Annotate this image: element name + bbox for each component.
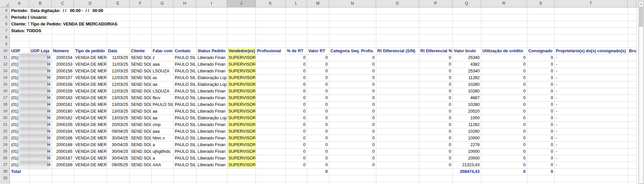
header-cell-M[interactable]: Valor RT — [307, 48, 329, 54]
cell-Q20[interactable]: 1000 — [453, 115, 481, 121]
cell-L12[interactable]: 0 — [286, 61, 307, 67]
cell-L23[interactable]: 0 — [286, 135, 307, 141]
cell-T17[interactable]: - — [555, 95, 627, 101]
cell-B11[interactable]: H — [30, 55, 51, 61]
cell-E13[interactable]: 12/03/25 — [107, 68, 129, 74]
header-cell-L[interactable]: % de RT — [286, 48, 307, 54]
cell-Q14[interactable]: 11282 — [453, 75, 481, 81]
cell-P18[interactable]: 0 — [419, 102, 452, 108]
cell-A20[interactable]: (01) — [10, 115, 29, 121]
cell-H16[interactable]: PAULO SIL — [174, 88, 196, 94]
cell-C25[interactable]: 2000165 — [52, 148, 73, 155]
cell-A22[interactable]: (01) — [10, 128, 29, 134]
row-header-19[interactable]: 19 — [0, 108, 9, 115]
cell-L14[interactable]: 0 — [286, 75, 307, 81]
cell-R24[interactable]: 0 — [481, 142, 527, 148]
row-header-16[interactable]: 16 — [0, 88, 9, 95]
cell-S20[interactable]: 0 — [527, 115, 554, 121]
info-cell-r4a[interactable]: Período: 0 — [10, 8, 29, 14]
column-header-A[interactable]: A — [10, 0, 29, 7]
cell-G16[interactable]: LSOUZA — [152, 88, 173, 94]
cell-A27[interactable]: (01) — [10, 162, 29, 168]
column-header-L[interactable]: L — [285, 0, 307, 7]
cell-N22[interactable]: 0 — [329, 128, 376, 134]
info-cell-r5a[interactable]: Período E — [10, 14, 29, 20]
cell-B22[interactable]: H — [30, 128, 51, 134]
cell-Q22[interactable]: 10260 — [453, 128, 481, 134]
header-cell-B[interactable]: UOP Loja — [30, 48, 52, 54]
cell-D11[interactable]: VENDA DE MERC — [74, 55, 106, 61]
cell-B23[interactable]: H — [30, 135, 51, 141]
cell-B20[interactable]: H — [30, 115, 51, 121]
cell-T19[interactable]: - — [555, 108, 627, 114]
cell-S22[interactable]: 0 — [527, 128, 554, 134]
cell-F14[interactable]: SEND SOLI — [130, 75, 151, 81]
row-header-4[interactable]: 4 — [0, 7, 9, 14]
total-cell-S[interactable]: 0 — [527, 169, 554, 175]
cell-Q25[interactable]: 10000 — [453, 148, 481, 155]
cell-Q24[interactable]: 2278 — [453, 142, 481, 148]
column-header-T[interactable]: T — [554, 0, 628, 7]
cell-H25[interactable]: PAULO SIL — [174, 148, 196, 155]
header-cell-P[interactable]: Rt Diferencial % — [419, 48, 452, 54]
cell-R16[interactable]: 0 — [481, 88, 527, 94]
cell-N24[interactable]: 0 — [329, 142, 376, 148]
cell-T26[interactable]: - — [555, 155, 627, 161]
cell-J25[interactable]: SUPERVISOR — [227, 148, 255, 155]
cell-P16[interactable]: 0 — [419, 88, 452, 94]
cell-F25[interactable]: SEND SOLI — [130, 148, 151, 155]
cell-B25[interactable]: H — [30, 148, 51, 155]
cell-L22[interactable]: 0 — [286, 128, 307, 134]
cell-L19[interactable]: 0 — [286, 108, 307, 114]
cell-N11[interactable]: 0 — [329, 55, 376, 61]
cell-I13[interactable]: Liberado Finan — [197, 68, 227, 74]
cell-M25[interactable]: 0 — [307, 148, 329, 155]
cell-M21[interactable]: 0 — [307, 122, 329, 128]
cell-C18[interactable]: 2000161 — [52, 102, 73, 108]
info-cell-r4b[interactable]: Data digitação: / / 00:00 - / / 00:00 — [30, 8, 129, 14]
cell-M18[interactable]: 0 — [307, 102, 329, 108]
cell-P12[interactable]: 0 — [419, 61, 452, 67]
row-header-25[interactable]: 25 — [0, 148, 9, 155]
row-header-9[interactable]: 9 — [0, 41, 9, 48]
info-cell-r5b[interactable]: Usuário: — [30, 14, 51, 20]
row-header-22[interactable]: 22 — [0, 128, 9, 135]
cell-G26[interactable]: a — [152, 155, 173, 161]
cell-T16[interactable]: - — [555, 88, 627, 94]
cell-A21[interactable]: (01) — [10, 122, 29, 128]
cell-D19[interactable]: VENDA DE MERC — [74, 108, 106, 114]
cell-E16[interactable]: 12/03/25 — [107, 88, 129, 94]
cell-R21[interactable]: 0 — [481, 122, 527, 128]
row-header-17[interactable]: 17 — [0, 95, 9, 101]
cell-M23[interactable]: 0 — [307, 135, 329, 141]
cell-Q26[interactable]: 20000 — [453, 155, 481, 161]
cell-Q17[interactable]: 4687 — [453, 95, 481, 101]
cell-G19[interactable]: aa — [152, 108, 173, 114]
cell-M15[interactable]: 0 — [307, 81, 329, 87]
cell-E15[interactable]: 12/03/25 — [107, 81, 129, 87]
column-header-J[interactable]: J — [227, 0, 256, 7]
cell-R22[interactable]: 0 — [481, 128, 527, 134]
total-cell-Q[interactable]: 208474,43 — [453, 169, 481, 175]
column-header-S[interactable]: S — [527, 0, 554, 7]
cell-R12[interactable]: 0 — [481, 61, 527, 67]
cell-S24[interactable]: 0 — [527, 142, 554, 148]
column-header-I[interactable]: I — [196, 0, 227, 7]
cell-D12[interactable]: VENDA DE MERC — [74, 61, 106, 67]
cell-C12[interactable]: 2000153 — [52, 61, 73, 67]
cell-B17[interactable]: H — [30, 95, 51, 101]
cell-C17[interactable]: 2000163 — [52, 95, 73, 101]
row-header-20[interactable]: 20 — [0, 115, 9, 121]
cell-S15[interactable]: 0 — [527, 81, 554, 87]
cell-I27[interactable]: Liberado Finan — [197, 162, 227, 168]
cell-G20[interactable]: aa — [152, 115, 173, 121]
cell-G15[interactable]: aa — [152, 81, 173, 87]
cell-J22[interactable]: SUPERVISOR — [227, 128, 255, 134]
column-header-D[interactable]: D — [74, 0, 107, 7]
select-all-corner-icon[interactable] — [6, 3, 9, 6]
column-header-H[interactable]: H — [173, 0, 196, 7]
cell-G13[interactable]: LSOUZA — [152, 68, 173, 74]
cell-A14[interactable]: (01) — [10, 75, 29, 81]
cell-J24[interactable]: SUPERVISOR — [227, 142, 255, 148]
row-header-21[interactable]: 21 — [0, 121, 9, 128]
